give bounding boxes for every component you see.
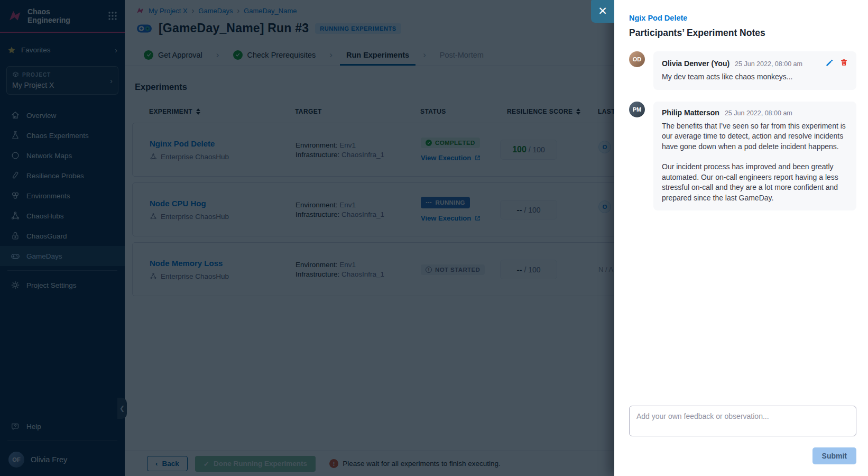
comment-card: Philip Matterson 25 Jun 2022, 08:00 am T… bbox=[653, 102, 856, 211]
submit-button[interactable]: Submit bbox=[812, 447, 856, 464]
comment-text: The benefits that I’ve seen so far from … bbox=[662, 121, 848, 152]
drawer-close-button[interactable]: ✕ bbox=[591, 0, 614, 23]
comment: PM Philip Matterson 25 Jun 2022, 08:00 a… bbox=[629, 102, 856, 211]
edit-icon[interactable] bbox=[825, 58, 833, 66]
feedback-input[interactable] bbox=[629, 406, 856, 436]
comment: OD Olivia Denver (You) 25 Jun 2022, 08:0… bbox=[629, 51, 856, 90]
comment-text: Our incident process has improved and be… bbox=[662, 162, 848, 203]
modal-overlay[interactable] bbox=[0, 0, 614, 476]
comment-text: My dev team acts like chaos monkeys... bbox=[662, 72, 848, 83]
feedback-area: Submit bbox=[629, 406, 856, 464]
drawer-title: Participants’ Experiment Notes bbox=[629, 28, 856, 39]
delete-icon[interactable] bbox=[840, 58, 848, 66]
comments-list: OD Olivia Denver (You) 25 Jun 2022, 08:0… bbox=[629, 51, 856, 210]
comment-timestamp: 25 Jun 2022, 08:00 am bbox=[735, 60, 802, 68]
comment-card: Olivia Denver (You) 25 Jun 2022, 08:00 a… bbox=[653, 51, 856, 90]
drawer-experiment-link[interactable]: Ngix Pod Delete bbox=[629, 14, 856, 22]
close-icon: ✕ bbox=[598, 6, 607, 17]
comment-author: Olivia Denver (You) bbox=[662, 59, 730, 68]
avatar: PM bbox=[629, 102, 645, 117]
comment-author: Philip Matterson bbox=[662, 108, 719, 117]
notes-drawer: Ngix Pod Delete Participants’ Experiment… bbox=[614, 0, 868, 476]
comment-timestamp: 25 Jun 2022, 08:00 am bbox=[725, 109, 792, 117]
screen: Chaos Engineering Favorites › PROJECT My… bbox=[0, 0, 868, 476]
avatar: OD bbox=[629, 51, 645, 67]
